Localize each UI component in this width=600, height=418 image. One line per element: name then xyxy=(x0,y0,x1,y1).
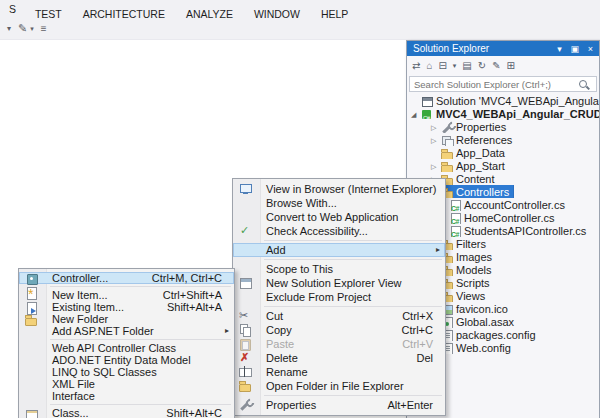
menu-item-shortcut: Ctrl+X xyxy=(402,309,433,323)
add-submenu: Controller... Ctrl+M, Ctrl+C New Item...… xyxy=(18,268,235,418)
delete-icon xyxy=(239,351,252,364)
panel-title: Solution Explorer xyxy=(413,43,489,54)
tree-item-label: Content xyxy=(454,173,495,185)
menu-item-label: Rename xyxy=(266,366,308,378)
collapse-all-icon[interactable]: ⊟ xyxy=(438,61,446,71)
csharp-file-icon xyxy=(449,225,462,237)
menu-item-exclude-from-project[interactable]: Exclude From Project xyxy=(233,290,445,304)
refresh-icon[interactable]: ↻ xyxy=(478,61,486,71)
menu-item-browse-with[interactable]: Browse With... xyxy=(233,196,445,210)
menu-item-open-folder-in-file-explorer[interactable]: Open Folder in File Explorer xyxy=(233,379,445,393)
tree-item-properties[interactable]: Properties xyxy=(407,120,599,133)
submenu-item-ado-net-entity-data-model[interactable]: ADO.NET Entity Data Model xyxy=(19,354,234,366)
menu-item-add[interactable]: Add xyxy=(233,243,445,257)
show-all-files-icon[interactable]: ▤ xyxy=(462,61,471,71)
submenu-item-new-folder[interactable]: New Folder xyxy=(19,313,234,325)
tree-item-project[interactable]: MVC4_WEBApi_Angular_CRUD xyxy=(407,107,599,120)
search-icon[interactable] xyxy=(579,80,587,88)
menu-item-copy[interactable]: Copy Ctrl+C xyxy=(233,323,445,337)
menu-item-label: Browse With... xyxy=(266,197,337,209)
tree-item-references[interactable]: References xyxy=(407,133,599,146)
menu-separator xyxy=(264,306,442,307)
menu-separator xyxy=(264,395,442,396)
menubar-item-clipped[interactable]: S xyxy=(0,0,23,18)
menu-item-label: Class... xyxy=(52,407,89,418)
hamburger-icon[interactable]: ≡ xyxy=(41,24,47,34)
expander-collapsed-icon[interactable] xyxy=(431,160,441,172)
scissors-icon xyxy=(239,309,252,322)
menu-item-label: New Solution Explorer View xyxy=(266,277,402,289)
tree-item-label: App_Start xyxy=(454,160,505,172)
window-position-icon[interactable]: ▾ xyxy=(554,42,565,57)
sync-with-active-document-icon[interactable]: ⇄ xyxy=(412,61,420,71)
menu-item-shortcut: Shift+Alt+C xyxy=(166,407,222,418)
expander-collapsed-icon[interactable] xyxy=(431,134,441,146)
menu-item-convert-to-web-application[interactable]: Convert to Web Application xyxy=(233,210,445,224)
tree-item-label: References xyxy=(454,134,512,146)
expander-collapsed-icon[interactable] xyxy=(431,121,441,133)
rename-icon xyxy=(239,365,252,378)
menu-item-shortcut: Ctrl+V xyxy=(402,337,433,351)
csharp-file-icon xyxy=(449,212,462,224)
csharp-project-icon xyxy=(421,108,434,120)
view-code-icon[interactable]: ✎ xyxy=(492,61,500,71)
tree-item-label: Scripts xyxy=(454,277,490,289)
close-icon[interactable]: × xyxy=(585,42,596,57)
class-icon xyxy=(25,407,38,418)
filter-dropdown-icon[interactable]: ▾ xyxy=(453,62,457,69)
menu-item-properties[interactable]: Properties Alt+Enter xyxy=(233,398,445,412)
search-box xyxy=(409,76,597,92)
menu-item-label: New Folder xyxy=(52,313,108,325)
wrench-icon xyxy=(239,398,252,411)
menu-item-paste[interactable]: Paste Ctrl+V xyxy=(233,337,445,351)
pin-icon[interactable]: ▣ xyxy=(567,42,582,57)
expander-expanded-icon[interactable] xyxy=(411,108,421,120)
tree-item-label: Global.asax xyxy=(454,316,514,328)
menu-item-shortcut: Shift+Alt+A xyxy=(167,301,222,313)
submenu-item-xml-file[interactable]: XML File xyxy=(19,378,234,390)
submenu-item-new-item[interactable]: New Item... Ctrl+Shift+A xyxy=(19,289,234,301)
menu-item-shortcut: Del xyxy=(416,351,433,365)
properties-icon[interactable]: ⊞ xyxy=(507,61,515,71)
solution-explorer-view-icon xyxy=(239,276,252,289)
submenu-item-class[interactable]: Class... Shift+Alt+C xyxy=(19,407,234,418)
navigate-dropdown-icon[interactable]: ▾ xyxy=(7,25,11,33)
pen-icon[interactable]: ✎ xyxy=(18,23,27,34)
tree-item-app-data[interactable]: App_Data xyxy=(407,146,599,159)
menu-item-delete[interactable]: Delete Del xyxy=(233,351,445,365)
menu-item-label: Cut xyxy=(266,310,283,322)
toolbar: ▾ ✎ ▾ ≡ xyxy=(0,18,600,40)
pen-dropdown-icon[interactable]: ▾ xyxy=(30,25,34,32)
menu-item-label: Paste xyxy=(266,338,294,350)
menu-item-scope-to-this[interactable]: Scope to This xyxy=(233,262,445,276)
menu-item-cut[interactable]: Cut Ctrl+X xyxy=(233,309,445,323)
tree-item-app-start[interactable]: App_Start xyxy=(407,159,599,172)
menu-item-rename[interactable]: Rename xyxy=(233,365,445,379)
submenu-item-existing-item[interactable]: Existing Item... Shift+Alt+A xyxy=(19,301,234,313)
submenu-item-add-aspnet-folder[interactable]: Add ASP.NET Folder xyxy=(19,325,234,337)
tree-item-label: packages.config xyxy=(454,329,536,341)
menu-item-label: Add xyxy=(266,244,286,256)
menu-item-view-in-browser[interactable]: View in Browser (Internet Explorer) xyxy=(233,182,445,196)
menu-item-check-accessibility[interactable]: Check Accessibility... xyxy=(233,224,445,238)
home-icon[interactable]: ⌂ xyxy=(426,61,432,71)
menu-item-label: Copy xyxy=(266,324,292,336)
search-input[interactable] xyxy=(410,77,578,91)
solution-explorer-titlebar[interactable]: Solution Explorer ▾ ▣ × xyxy=(407,41,599,56)
menu-item-label: LINQ to SQL Classes xyxy=(52,366,157,378)
csharp-file-icon xyxy=(449,199,462,211)
submenu-item-linq-to-sql-classes[interactable]: LINQ to SQL Classes xyxy=(19,366,234,378)
tree-item-solution[interactable]: Solution 'MVC4_WEBApi_Angular_CRUD' (1 p… xyxy=(407,94,599,107)
solution-explorer-toolbar: ⇄ ⌂ ⊟ ▾ ▤ ↻ ✎ ⊞ xyxy=(407,56,599,75)
tree-item-label: Properties xyxy=(454,121,506,133)
submenu-item-controller[interactable]: Controller... Ctrl+M, Ctrl+C xyxy=(19,272,234,284)
copy-icon xyxy=(239,323,252,336)
submenu-item-interface[interactable]: Interface xyxy=(19,390,234,402)
menu-item-label: XML File xyxy=(52,378,95,390)
controller-icon xyxy=(25,272,38,285)
submenu-item-web-api-controller-class[interactable]: Web API Controller Class xyxy=(19,342,234,354)
tree-item-label: Controllers xyxy=(454,186,509,198)
context-menu: View in Browser (Internet Explorer) Brow… xyxy=(232,178,446,416)
menu-item-new-solution-explorer-view[interactable]: New Solution Explorer View xyxy=(233,276,445,290)
menu-separator xyxy=(50,339,231,340)
